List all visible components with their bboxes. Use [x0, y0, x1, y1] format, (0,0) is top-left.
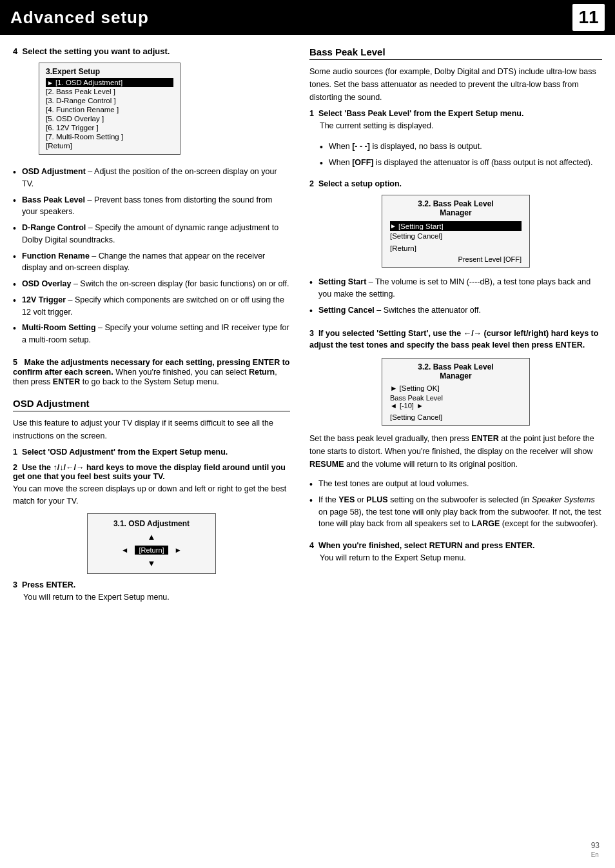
bullet-term: Function Rename [22, 252, 90, 261]
menu-item-multiroom: [7. Multi-Room Setting ] [46, 132, 173, 141]
bullet-term: OSD Overlay [22, 279, 71, 288]
osd-step-1: 1 Select 'OSD Adjustment' from the Exper… [13, 448, 290, 457]
bass-step-1: 1 Select 'Bass Peak Level' from the Expe… [309, 109, 602, 132]
bass-level-label: Bass Peak Level [390, 394, 443, 402]
bass-return-label: [Return] [390, 244, 416, 252]
osd-step-3-label: 3 Press ENTER. [13, 580, 290, 589]
list-item: When [- - -] is displayed, no bass is ou… [320, 139, 602, 155]
osd-step-1-label: 1 Select 'OSD Adjustment' from the Exper… [13, 448, 290, 457]
menu-item-bass-peak: [2. Bass Peak Level ] [46, 87, 173, 96]
bullet-term: Multi-Room Setting [22, 323, 96, 332]
bullet-term: 12V Trigger [22, 295, 66, 304]
left-column: 4 Select the setting you want to adjust.… [13, 46, 290, 610]
menu-item-label: [Return] [46, 142, 72, 150]
dash-indicator: [- - -] [352, 142, 370, 151]
setting-start-term: Setting Start [318, 277, 366, 286]
osd-up-arrow: ▲ [98, 532, 205, 542]
osd-step-2: 2 Use the ↑/↓/←/→ hard keys to move the … [13, 463, 290, 508]
bass-level-value-row: ◄ [-10] ► [390, 402, 522, 409]
right-column: Bass Peak Level Some audio sources (for … [309, 46, 602, 610]
bass-box-title: 3.2. Bass Peak LevelManager [390, 199, 522, 217]
menu-item-function-rename: [4. Function Rename ] [46, 105, 173, 114]
osd-step-2-bold: Use the ↑/↓/←/→ hard keys to move the di… [13, 463, 286, 481]
plus-keyword: PLUS [366, 495, 387, 504]
list-item: When [OFF] is displayed the attenuator i… [320, 155, 602, 171]
bass-bullets-3: The test tones are output at loud volume… [309, 476, 602, 532]
bass-setting-ok-label: [Setting OK] [400, 384, 440, 392]
bass-after-text: Set the bass peak level gradually, then … [309, 432, 602, 471]
menu-item-label: [3. D-Range Control ] [46, 97, 116, 104]
yes-keyword: YES [338, 495, 355, 504]
list-item: 12V Trigger – Specify which components a… [13, 292, 290, 321]
osd-step-2-body: You can move the screen displays up or d… [13, 483, 290, 508]
osd-step-2-label: 2 Use the ↑/↓/←/→ hard keys to move the … [13, 463, 290, 481]
bass-setting-start: ► [Setting Start] [390, 221, 522, 231]
bullet-term: Bass Peak Level [22, 195, 85, 204]
osd-intro: Use this feature to adjust your TV displ… [13, 417, 290, 442]
step-5-return: Return [249, 368, 275, 377]
osd-down-arrow: ▼ [98, 558, 205, 568]
list-item: Function Rename – Change the names that … [13, 248, 290, 277]
resume-keyword: RESUME [309, 460, 344, 469]
list-item: OSD Overlay – Switch the on-screen displ… [13, 276, 290, 292]
menu-item-label: [2. Bass Peak Level ] [46, 88, 115, 95]
list-item: Multi-Room Setting – Specify your volume… [13, 320, 290, 348]
step-5-enter: ENTER [53, 377, 80, 386]
osd-return-item: [Return] [135, 546, 168, 555]
bass-peak-level-row: Bass Peak Level [390, 394, 522, 402]
menu-item-12v: [6. 12V Trigger ] [46, 123, 173, 132]
bass-intro: Some audio sources (for example, Dolby D… [309, 65, 602, 104]
step-4-heading: 4 Select the setting you want to adjust. [13, 46, 290, 56]
bass-step-2-bold: Select a setup option. [318, 179, 402, 188]
bass-right-arrow: ► [416, 402, 424, 409]
osd-lr-arrows: ◄ [Return] ► [98, 546, 205, 555]
menu-item-return: [Return] [46, 141, 173, 150]
step-5-block: 5 Make the adjustments necessary for eac… [13, 357, 290, 386]
feature-bullet-list: OSD Adjustment – Adjust the position of … [13, 164, 290, 348]
page-footer: 93 En [591, 841, 600, 859]
bass-step-1-label: 1 Select 'Bass Peak Level' from the Expe… [309, 109, 602, 118]
bass-step-4-bold: When you're finished, select RETURN and … [318, 541, 535, 550]
main-content: 4 Select the setting you want to adjust.… [0, 35, 615, 622]
osd-section-heading: OSD Adjustment [13, 398, 290, 411]
osd-section-title: OSD Adjustment [13, 398, 90, 409]
page-lang: En [591, 851, 599, 858]
bass-setting-start-label: [Setting Start] [398, 222, 444, 230]
bass-setting-ok: ► [Setting OK] [390, 384, 522, 392]
expert-setup-menu: 3.Expert Setup ► [1. OSD Adjustment] [2.… [39, 63, 181, 155]
bass-step-1-bold: Select 'Bass Peak Level' from the Expert… [318, 109, 524, 118]
bass-cancel-label: [Setting Cancel] [390, 413, 442, 421]
menu-item-label: [7. Multi-Room Setting ] [46, 133, 123, 141]
bass-bullets-2: Setting Start – The volume is set to MIN… [309, 274, 602, 318]
osd-left-arrow: ◄ [121, 546, 128, 554]
osd-step-1-text: Select 'OSD Adjustment' from the Expert … [22, 448, 228, 457]
page-title: Advanced setup [10, 8, 149, 28]
list-item: If the YES or PLUS setting on the subwoo… [309, 492, 602, 532]
bass-setting-cancel-label: [Setting Cancel] [390, 232, 442, 240]
section-number: 11 [572, 4, 605, 31]
menu-arrow-icon: ► [47, 79, 54, 86]
menu-item-label: [6. 12V Trigger ] [46, 124, 99, 132]
bass-step-3: 3 If you selected 'Setting Start', use t… [309, 328, 602, 352]
enter-keyword: ENTER [471, 434, 498, 443]
bass-level-box: 3.2. Bass Peak LevelManager ► [Setting O… [382, 358, 530, 426]
menu-item-label: [4. Function Rename ] [46, 106, 119, 113]
bass-return-item: [Return] [390, 243, 522, 253]
bullet-desc: – Switch the on-screen display (for basi… [71, 279, 289, 288]
bass-setting-cancel: [Setting Cancel] [390, 231, 522, 241]
bass-manager-box: 3.2. Bass Peak LevelManager ► [Setting S… [382, 195, 530, 268]
bass-arrow-icon: ► [390, 222, 396, 230]
page-number: 93 [591, 841, 600, 850]
bass-section-heading: Bass Peak Level [309, 46, 602, 60]
bass-step-2: 2 Select a setup option. [309, 179, 602, 188]
menu-item-label: [5. OSD Overlay ] [46, 115, 104, 123]
list-item: Bass Peak Level – Prevent bass tones fro… [13, 192, 290, 221]
bass-bullets-1: When [- - -] is displayed, no bass is ou… [309, 139, 602, 171]
osd-step-3: 3 Press ENTER. You will return to the Ex… [13, 580, 290, 604]
bass-section-title: Bass Peak Level [309, 46, 386, 57]
step-5-number: 5 [13, 358, 22, 367]
list-item: D-Range Control – Specify the amount of … [13, 220, 290, 248]
large-keyword: LARGE [472, 519, 500, 528]
step-4-number: 4 [13, 46, 17, 56]
bass-step-2-label: 2 Select a setup option. [309, 179, 602, 188]
